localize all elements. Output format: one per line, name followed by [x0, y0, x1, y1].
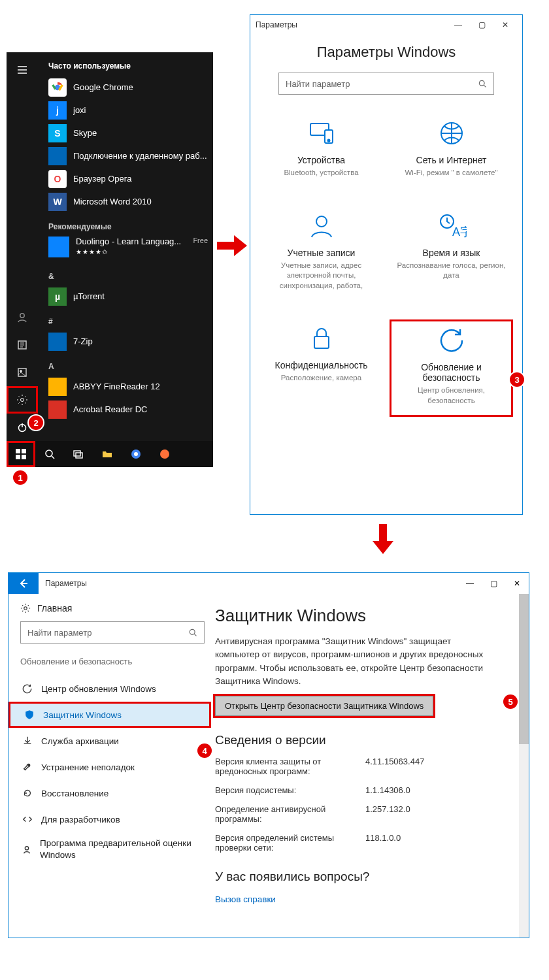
app-item[interactable]: S Skype — [48, 122, 208, 144]
tile-accounts[interactable]: Учетные записи Учетные записи, адрес эле… — [259, 207, 383, 301]
wrench-icon — [22, 762, 33, 772]
user-icon[interactable] — [7, 304, 38, 331]
pictures-icon[interactable] — [7, 359, 38, 386]
back-button[interactable] — [8, 573, 39, 594]
acrobat-icon — [48, 400, 67, 419]
titlebar: Параметры — ▢ ✕ — [250, 15, 522, 35]
start-menu: Часто используемые Google Chrome j joxi … — [7, 52, 213, 467]
app-item[interactable]: Подключение к удаленному раб... — [48, 144, 208, 167]
app-label: Duolingo - Learn Languag... — [76, 237, 181, 246]
app-item[interactable]: 7-Zip — [48, 330, 208, 353]
rating-stars: ★★★★✩ — [76, 248, 108, 255]
svg-rect-10 — [16, 455, 20, 459]
explorer-icon[interactable] — [93, 441, 122, 467]
svg-text:A字: A字 — [452, 225, 467, 238]
tile-title: Устройства — [262, 155, 380, 165]
svg-point-28 — [190, 629, 195, 634]
tile-title: Учетные записи — [262, 248, 380, 258]
tile-time-language[interactable]: A字 Время и язык Распознавание голоса, ре… — [390, 207, 513, 301]
letter-header[interactable]: A — [48, 362, 208, 371]
app-label: Skype — [73, 128, 208, 138]
tile-update-security[interactable]: Обновление и безопасность Центр обновлен… — [390, 319, 513, 417]
tile-privacy[interactable]: Конфиденциальность Расположение, камера — [259, 319, 383, 417]
sidebar-item-recovery[interactable]: Восстановление — [20, 780, 205, 806]
settings-main-pane: Защитник Windows Антивирусная программа … — [211, 594, 529, 938]
tile-title: Конфиденциальность — [262, 360, 380, 370]
app-label: Acrobat Reader DC — [73, 404, 208, 414]
app-item[interactable]: ABBYY FineReader 12 — [48, 375, 208, 398]
open-defender-button[interactable]: Открыть Центр безопасности Защитника Win… — [215, 696, 433, 716]
app-item[interactable]: j joxi — [48, 99, 208, 122]
tile-subtitle: Bluetooth, устройства — [262, 168, 380, 178]
app-item[interactable]: Duolingo - Learn Languag... Free ★★★★✩ — [48, 235, 208, 263]
scrollbar[interactable] — [519, 594, 529, 938]
tile-title: Обновление и безопасность — [394, 362, 508, 383]
sidebar-item-label: Защитник Windows — [43, 710, 122, 720]
tile-subtitle: Wi-Fi, режим " в самолете" — [392, 168, 510, 178]
joxi-icon: j — [48, 101, 67, 120]
firefox-taskbar-icon[interactable] — [150, 441, 179, 467]
devices-icon — [307, 118, 337, 148]
sidebar-item-label: Для разработчиков — [41, 815, 120, 825]
app-item[interactable]: µ µTorrent — [48, 285, 208, 308]
arrow-right-icon — [217, 235, 247, 256]
minimize-button[interactable]: — — [446, 15, 470, 35]
insider-icon — [22, 844, 32, 855]
svg-point-12 — [46, 450, 52, 457]
settings-sidebar: Главная Найти параметр Обновление и безо… — [8, 594, 211, 938]
7zip-icon — [48, 333, 67, 351]
step-badge-2: 2 — [29, 416, 43, 430]
close-button[interactable]: ✕ — [505, 574, 529, 593]
minimize-button[interactable]: — — [458, 574, 482, 593]
app-item[interactable]: O Браузер Opera — [48, 167, 208, 190]
sidebar-search-input[interactable]: Найти параметр — [20, 621, 205, 644]
tile-devices[interactable]: Устройства Bluetooth, устройства — [259, 114, 383, 188]
sidebar-item-label: Программа предварительной оценки Windows — [40, 838, 205, 860]
sidebar-item-defender[interactable]: Защитник Windows — [8, 702, 211, 728]
tile-title: Время и язык — [392, 248, 510, 258]
app-item[interactable]: W Microsoft Word 2010 — [48, 190, 208, 213]
sidebar-item-label: Служба архивации — [41, 736, 119, 746]
sidebar-item-insider[interactable]: Программа предварительной оценки Windows — [20, 832, 205, 866]
sidebar-home[interactable]: Главная — [20, 603, 205, 613]
hamburger-icon[interactable] — [7, 56, 38, 84]
close-button[interactable]: ✕ — [493, 15, 517, 35]
app-item[interactable]: Google Chrome — [48, 76, 208, 99]
letter-header[interactable]: # — [48, 317, 208, 326]
tile-subtitle: Учетные записи, адрес электронной почты,… — [262, 261, 380, 291]
utorrent-icon: µ — [48, 287, 67, 306]
app-label: Подключение к удаленному раб... — [73, 151, 208, 161]
documents-icon[interactable] — [7, 331, 38, 359]
app-item[interactable]: Acrobat Reader DC — [48, 398, 208, 421]
page-description: Антивирусная программа "Защитник Windows… — [215, 635, 496, 688]
app-label: 7-Zip — [73, 336, 208, 346]
tile-network[interactable]: Сеть и Интернет Wi-Fi, режим " в самолет… — [390, 114, 513, 188]
settings-search-input[interactable]: Найти параметр — [278, 73, 494, 95]
kv-key: Версия клиента защиты от вредоносных про… — [215, 757, 365, 776]
svg-rect-13 — [74, 451, 80, 456]
page-title: Защитник Windows — [215, 606, 522, 626]
svg-rect-14 — [76, 453, 82, 458]
sidebar-item-developers[interactable]: Для разработчиков — [20, 806, 205, 832]
settings-gear-icon[interactable] — [7, 386, 38, 414]
start-rail — [7, 52, 38, 441]
scrollbar-thumb[interactable] — [519, 594, 529, 744]
maximize-button[interactable]: ▢ — [470, 15, 493, 35]
maximize-button[interactable]: ▢ — [482, 574, 505, 593]
skype-icon: S — [48, 124, 67, 142]
start-button[interactable] — [7, 441, 35, 467]
chrome-taskbar-icon[interactable] — [122, 441, 150, 467]
shield-icon — [24, 710, 35, 720]
heading-frequent: Часто используемые — [48, 61, 208, 71]
sidebar-item-windows-update[interactable]: Центр обновления Windows — [20, 676, 205, 702]
taskview-icon[interactable] — [64, 441, 93, 467]
window-title: Параметры — [256, 20, 297, 29]
help-link[interactable]: Вызов справки — [215, 894, 276, 904]
window-title: Параметры — [39, 579, 87, 588]
letter-header[interactable]: & — [48, 272, 208, 281]
sidebar-item-backup[interactable]: Служба архивации — [20, 728, 205, 754]
sidebar-item-troubleshoot[interactable]: Устранение неполадок — [20, 754, 205, 780]
tile-subtitle: Расположение, камера — [262, 373, 380, 384]
svg-rect-11 — [22, 455, 26, 459]
search-icon[interactable] — [35, 441, 64, 467]
